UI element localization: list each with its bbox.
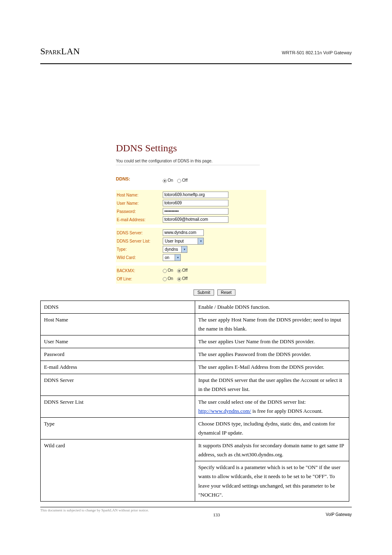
ddns-server-list-label: DDNS Server List: [116, 239, 163, 243]
ddns-server-list-select[interactable]: User Input ▾ [163, 238, 204, 245]
ddns-settings-screenshot: DDNS Settings You could set the configur… [116, 143, 272, 296]
password-label: Password: [116, 209, 163, 214]
offline-label: Off Line: [116, 277, 163, 281]
chevron-down-icon: ▾ [181, 246, 187, 252]
dyndns-link[interactable]: http://www.dyndns.com/ [198, 408, 251, 414]
backmx-label: BACKMX: [116, 268, 163, 273]
offline-on-radio[interactable]: On [163, 276, 173, 281]
password-input[interactable]: •••••••••• [163, 208, 228, 215]
table-row: TypeChoose DDNS type, including dydns, s… [41, 417, 349, 439]
wildcard-label: Wild Card: [116, 255, 163, 260]
submit-button[interactable]: Submit [194, 289, 214, 296]
table-row: Host NameThe user apply Host Name from t… [41, 314, 349, 335]
wildcard-select[interactable]: on ▾ [163, 254, 181, 261]
footer-note: This document is subjected to change by … [40, 508, 205, 512]
chevron-down-icon: ▾ [175, 254, 180, 261]
section-title: 8.23.4 DDNS settings [40, 64, 352, 65]
email-label: E-mail Address: [116, 217, 163, 222]
ddns-off-radio[interactable]: Off [177, 178, 187, 183]
brand-right: WRTR-501 802.11n VoIP Gateway [282, 50, 352, 55]
user-name-label: User Name: [116, 201, 163, 206]
brand-left: SparkLAN [40, 46, 80, 57]
table-row: E-mail AddressThe user applies E-Mail Ad… [41, 361, 349, 374]
table-row: PasswordThe user applies Password from t… [41, 348, 349, 361]
page-subtitle: You could set the configuration of DDNS … [116, 159, 260, 165]
table-row: DDNSEnable / Disable DDNS function. [41, 301, 349, 314]
type-select[interactable]: dyndns ▾ [163, 246, 187, 253]
email-input[interactable]: totoro609@hotmail.com [163, 216, 228, 223]
backmx-off-radio[interactable]: Off [177, 268, 187, 273]
ddns-label: DDNS: [116, 176, 163, 181]
backmx-on-radio[interactable]: On [163, 268, 173, 273]
table-row: DDNS Server ListThe user could select on… [41, 395, 349, 417]
host-name-label: Host Name: [116, 193, 163, 197]
table-row: User NameThe user applies User Name from… [41, 335, 349, 348]
desc-table: DDNSEnable / Disable DDNS function. Host… [40, 301, 349, 502]
table-row: DDNS ServerInput the DDNS server that th… [41, 374, 349, 395]
host-name-input[interactable]: totoro609.homeftp.org [163, 192, 228, 198]
user-name-input[interactable]: totoro609 [163, 200, 228, 206]
page-title: DDNS Settings [116, 143, 272, 154]
reset-button[interactable]: Reset [217, 289, 235, 296]
footer-product: VoIP Gateway [228, 512, 352, 517]
page-number: 133 [208, 512, 225, 517]
ddns-server-label: DDNS Server: [116, 231, 163, 235]
type-label: Type: [116, 247, 163, 252]
offline-off-radio[interactable]: Off [177, 276, 187, 281]
footer: This document is subjected to change by … [40, 507, 352, 517]
ddns-server-input[interactable]: www.dyndns.com [163, 229, 204, 236]
table-row: Wild cardIt supports DNS analysis for se… [41, 439, 349, 461]
ddns-on-radio[interactable]: On [163, 178, 173, 183]
chevron-down-icon: ▾ [198, 238, 203, 244]
